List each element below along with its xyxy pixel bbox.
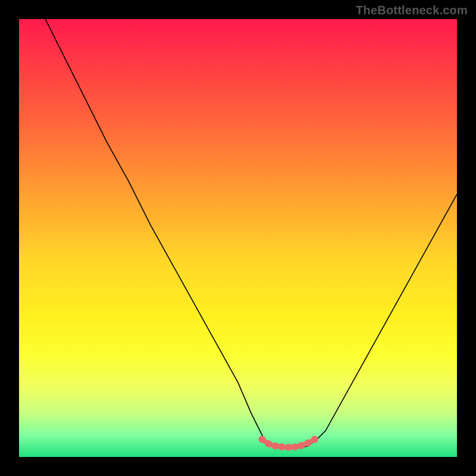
optimal-marker [285, 444, 292, 451]
optimal-marker [305, 439, 312, 446]
optimal-marker [258, 436, 265, 443]
optimal-marker [272, 443, 279, 450]
attribution-label: TheBottleneck.com [356, 4, 468, 17]
optimal-markers [258, 436, 318, 451]
chart-svg [19, 19, 457, 457]
plot-area [19, 19, 457, 457]
optimal-marker [265, 440, 273, 447]
optimal-marker [292, 443, 299, 450]
chart-frame: TheBottleneck.com [0, 0, 476, 476]
optimal-marker [278, 443, 286, 450]
optimal-marker [298, 442, 305, 449]
optimal-marker [311, 436, 318, 443]
bottleneck-curve [45, 19, 457, 448]
